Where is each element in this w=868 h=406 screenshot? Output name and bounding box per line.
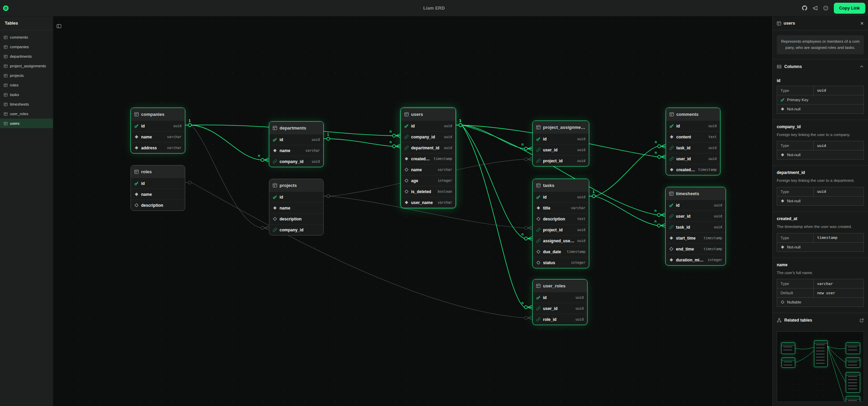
svg-text:1: 1: [459, 119, 461, 123]
copy-link-button[interactable]: Copy Link: [834, 3, 865, 14]
column-name: name: [777, 262, 864, 267]
minimap-table-users: [814, 340, 828, 367]
column-row-name: name: [269, 202, 323, 213]
sidebar-item-label: users: [10, 121, 19, 125]
column-row-company_id: company_iduuid: [269, 156, 323, 167]
column-row-status: statusinteger: [533, 257, 589, 268]
sidebar-item-users[interactable]: users: [0, 119, 53, 128]
svg-text:1: 1: [189, 119, 191, 123]
not-null-icon: [536, 206, 541, 210]
svg-text:n: n: [655, 151, 657, 154]
erd-table-project_assignments[interactable]: project_assignments iduuid user_iduuid p…: [532, 121, 589, 166]
column-row-project_id: project_iduuid: [533, 224, 589, 235]
sidebar-item-projects[interactable]: projects: [0, 71, 53, 80]
foreign-key-icon: [536, 159, 541, 163]
toggle-sidebar-icon[interactable]: [56, 24, 62, 30]
erd-table-comments[interactable]: comments iduuid contenttext task_iduuid …: [666, 108, 720, 175]
tables-list: commentscompaniesdepartmentsproject_assi…: [0, 30, 53, 130]
sidebar-item-timesheets[interactable]: timesheets: [0, 99, 53, 109]
sidebar-item-tasks[interactable]: tasks: [0, 90, 53, 99]
columns-detail-list: idTypeuuidPrimary KeyNot-nullcompany_idF…: [773, 74, 868, 313]
sidebar-item-companies[interactable]: companies: [0, 42, 53, 52]
column-row-name: namevarchar: [131, 131, 185, 142]
column-row-duration_minutes: duration_minutesinteger: [666, 254, 725, 265]
erd-table-tasks[interactable]: tasks iduuid titlevarchar descriptiontex…: [532, 179, 589, 268]
related-tables-icon: [777, 318, 782, 323]
column-row-id: iduuid: [666, 121, 720, 131]
top-bar: Liam ERD ? Copy Link: [0, 0, 868, 16]
svg-text:1: 1: [459, 119, 461, 123]
svg-text:1: 1: [459, 119, 461, 123]
chevron-up-icon[interactable]: [859, 64, 864, 69]
column-detail-id: idTypeuuidPrimary KeyNot-null: [773, 74, 868, 120]
column-attributes-table: TypevarcharDefaultnew userNullable: [777, 279, 864, 307]
megaphone-icon[interactable]: [813, 5, 818, 11]
sidebar-item-label: user_roles: [10, 112, 28, 116]
tables-sidebar: Tables commentscompaniesdepartmentsproje…: [0, 16, 53, 406]
minimap-table-tasks: [846, 372, 860, 393]
table-header: companies: [131, 108, 185, 121]
column-name: company_id: [777, 124, 864, 129]
related-tables-minimap[interactable]: [777, 331, 864, 402]
liam-logo-icon[interactable]: [3, 5, 9, 11]
foreign-key-icon: [669, 157, 674, 161]
foreign-key-icon: [273, 159, 277, 164]
minimap-table-departments: [782, 357, 795, 368]
column-row-id: iduuid: [533, 192, 589, 202]
related-tables-label: Related tables: [784, 318, 812, 323]
erd-table-projects[interactable]: projects id name description company_id: [269, 179, 324, 235]
erd-table-users[interactable]: users iduuid company_iduuid department_i…: [401, 108, 456, 208]
table-header: timesheets: [666, 187, 725, 200]
column-row-id: iduuid: [269, 134, 323, 145]
svg-text:1: 1: [189, 119, 191, 123]
primary-key-icon: [404, 124, 409, 128]
sidebar-item-project_assignments[interactable]: project_assignments: [0, 61, 53, 71]
primary-key-icon: [669, 124, 674, 128]
column-row-age: ageinteger: [401, 175, 456, 186]
columns-section-label: Columns: [784, 64, 802, 69]
column-row-description: description: [269, 213, 323, 224]
svg-text:n: n: [654, 209, 656, 213]
sidebar-item-roles[interactable]: roles: [0, 80, 53, 90]
column-attributes-table: TypeuuidNot-null: [777, 187, 864, 206]
column-row-is_deleted: is_deletedboolean: [401, 186, 456, 197]
relationship-edges: 1n1n1n1n1n1n1n1n1n1n: [53, 16, 772, 406]
table-description: Represents employees or members of a com…: [777, 35, 864, 54]
column-row-user_name: user_namevarchar: [401, 197, 456, 208]
column-name: created_at: [777, 216, 864, 221]
svg-text:1: 1: [459, 119, 461, 123]
open-related-icon[interactable]: [859, 318, 864, 323]
nullable-icon: [669, 247, 674, 251]
erd-table-user_roles[interactable]: user_roles iduuid user_iduuid role_iduui…: [532, 279, 587, 325]
github-icon[interactable]: [802, 5, 807, 11]
erd-table-companies[interactable]: companies iduuid namevarchar addressvarc…: [131, 108, 185, 153]
foreign-key-icon: [404, 135, 409, 139]
column-row-name: name: [131, 189, 185, 200]
sidebar-item-departments[interactable]: departments: [0, 52, 53, 61]
foreign-key-icon: [669, 214, 674, 218]
foreign-key-icon: [536, 148, 541, 152]
table-header: departments: [269, 122, 323, 134]
help-icon[interactable]: ?: [823, 5, 828, 11]
nullable-icon: [536, 249, 541, 254]
svg-text:n: n: [521, 143, 524, 146]
column-attributes-table: TypetimestampNot-null: [777, 233, 864, 252]
column-description: The user's full name.: [777, 270, 864, 276]
erd-canvas[interactable]: 1n1n1n1n1n1n1n1n1n1n companies iduuid na…: [53, 16, 772, 406]
not-null-icon: [781, 153, 785, 157]
column-row-user_id: user_iduuid: [666, 153, 720, 164]
foreign-key-icon: [536, 239, 541, 243]
column-row-id: iduuid: [533, 292, 587, 303]
sidebar-item-comments[interactable]: comments: [0, 32, 53, 42]
erd-table-roles[interactable]: roles id name description: [131, 165, 185, 211]
erd-table-timesheets[interactable]: timesheets iduuid user_iduuid task_iduui…: [665, 187, 726, 266]
close-icon[interactable]: ✕: [860, 21, 864, 26]
sidebar-item-label: departments: [10, 54, 32, 58]
sidebar-item-user_roles[interactable]: user_roles: [0, 109, 53, 119]
column-row-user_id: user_iduuid: [533, 144, 589, 155]
column-detail-name: nameThe user's full name.TypevarcharDefa…: [773, 258, 868, 313]
erd-table-departments[interactable]: departments iduuid namevarchar company_i…: [269, 121, 324, 167]
primary-key-icon: [536, 137, 541, 141]
column-row-end_time: end_timetimestamp: [666, 243, 725, 254]
app-title: Liam ERD: [423, 5, 445, 11]
